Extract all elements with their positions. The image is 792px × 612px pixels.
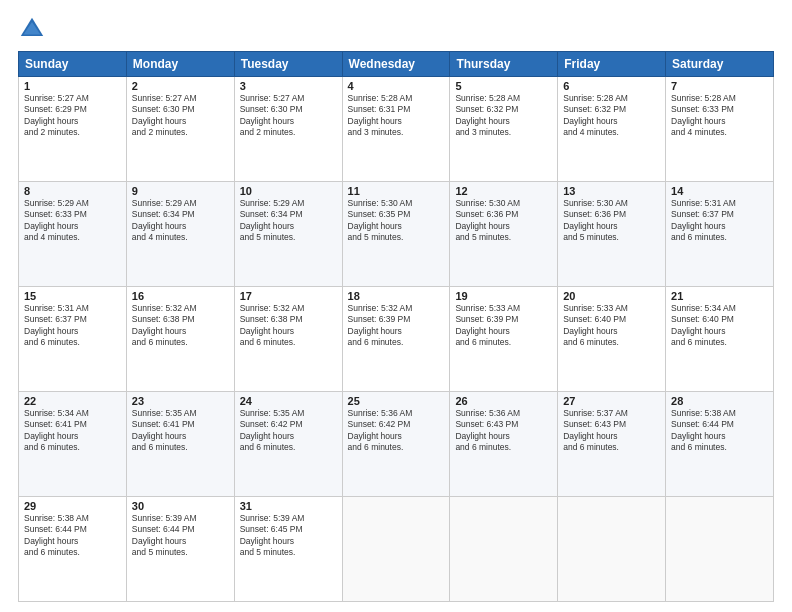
day-number: 16 xyxy=(132,290,229,302)
day-number: 22 xyxy=(24,395,121,407)
calendar-cell xyxy=(666,497,774,602)
cell-content: Sunrise: 5:36 AMSunset: 6:42 PMDaylight … xyxy=(348,408,445,454)
calendar-cell xyxy=(450,497,558,602)
day-number: 10 xyxy=(240,185,337,197)
week-row-4: 22Sunrise: 5:34 AMSunset: 6:41 PMDayligh… xyxy=(19,392,774,497)
weekday-header-thursday: Thursday xyxy=(450,52,558,77)
week-row-5: 29Sunrise: 5:38 AMSunset: 6:44 PMDayligh… xyxy=(19,497,774,602)
cell-content: Sunrise: 5:38 AMSunset: 6:44 PMDaylight … xyxy=(671,408,768,454)
cell-content: Sunrise: 5:33 AMSunset: 6:39 PMDaylight … xyxy=(455,303,552,349)
week-row-2: 8Sunrise: 5:29 AMSunset: 6:33 PMDaylight… xyxy=(19,182,774,287)
calendar-cell: 6Sunrise: 5:28 AMSunset: 6:32 PMDaylight… xyxy=(558,77,666,182)
day-number: 5 xyxy=(455,80,552,92)
cell-content: Sunrise: 5:39 AMSunset: 6:44 PMDaylight … xyxy=(132,513,229,559)
day-number: 3 xyxy=(240,80,337,92)
calendar-cell: 5Sunrise: 5:28 AMSunset: 6:32 PMDaylight… xyxy=(450,77,558,182)
calendar-cell: 30Sunrise: 5:39 AMSunset: 6:44 PMDayligh… xyxy=(126,497,234,602)
day-number: 23 xyxy=(132,395,229,407)
calendar-cell: 2Sunrise: 5:27 AMSunset: 6:30 PMDaylight… xyxy=(126,77,234,182)
day-number: 31 xyxy=(240,500,337,512)
calendar-cell: 24Sunrise: 5:35 AMSunset: 6:42 PMDayligh… xyxy=(234,392,342,497)
week-row-1: 1Sunrise: 5:27 AMSunset: 6:29 PMDaylight… xyxy=(19,77,774,182)
cell-content: Sunrise: 5:28 AMSunset: 6:31 PMDaylight … xyxy=(348,93,445,139)
cell-content: Sunrise: 5:39 AMSunset: 6:45 PMDaylight … xyxy=(240,513,337,559)
week-row-3: 15Sunrise: 5:31 AMSunset: 6:37 PMDayligh… xyxy=(19,287,774,392)
day-number: 27 xyxy=(563,395,660,407)
cell-content: Sunrise: 5:30 AMSunset: 6:36 PMDaylight … xyxy=(455,198,552,244)
calendar-cell: 19Sunrise: 5:33 AMSunset: 6:39 PMDayligh… xyxy=(450,287,558,392)
day-number: 1 xyxy=(24,80,121,92)
day-number: 17 xyxy=(240,290,337,302)
day-number: 13 xyxy=(563,185,660,197)
calendar-cell: 16Sunrise: 5:32 AMSunset: 6:38 PMDayligh… xyxy=(126,287,234,392)
cell-content: Sunrise: 5:27 AMSunset: 6:29 PMDaylight … xyxy=(24,93,121,139)
cell-content: Sunrise: 5:31 AMSunset: 6:37 PMDaylight … xyxy=(24,303,121,349)
calendar-cell: 28Sunrise: 5:38 AMSunset: 6:44 PMDayligh… xyxy=(666,392,774,497)
cell-content: Sunrise: 5:28 AMSunset: 6:33 PMDaylight … xyxy=(671,93,768,139)
day-number: 30 xyxy=(132,500,229,512)
cell-content: Sunrise: 5:28 AMSunset: 6:32 PMDaylight … xyxy=(455,93,552,139)
calendar-cell: 7Sunrise: 5:28 AMSunset: 6:33 PMDaylight… xyxy=(666,77,774,182)
calendar-cell xyxy=(558,497,666,602)
cell-content: Sunrise: 5:32 AMSunset: 6:38 PMDaylight … xyxy=(132,303,229,349)
day-number: 26 xyxy=(455,395,552,407)
calendar-cell: 26Sunrise: 5:36 AMSunset: 6:43 PMDayligh… xyxy=(450,392,558,497)
calendar-cell: 1Sunrise: 5:27 AMSunset: 6:29 PMDaylight… xyxy=(19,77,127,182)
cell-content: Sunrise: 5:36 AMSunset: 6:43 PMDaylight … xyxy=(455,408,552,454)
weekday-header-friday: Friday xyxy=(558,52,666,77)
day-number: 7 xyxy=(671,80,768,92)
weekday-header-monday: Monday xyxy=(126,52,234,77)
calendar-cell: 13Sunrise: 5:30 AMSunset: 6:36 PMDayligh… xyxy=(558,182,666,287)
weekday-header-sunday: Sunday xyxy=(19,52,127,77)
calendar-cell: 9Sunrise: 5:29 AMSunset: 6:34 PMDaylight… xyxy=(126,182,234,287)
calendar-cell: 31Sunrise: 5:39 AMSunset: 6:45 PMDayligh… xyxy=(234,497,342,602)
day-number: 2 xyxy=(132,80,229,92)
calendar-cell: 15Sunrise: 5:31 AMSunset: 6:37 PMDayligh… xyxy=(19,287,127,392)
day-number: 21 xyxy=(671,290,768,302)
day-number: 20 xyxy=(563,290,660,302)
page: SundayMondayTuesdayWednesdayThursdayFrid… xyxy=(0,0,792,612)
cell-content: Sunrise: 5:27 AMSunset: 6:30 PMDaylight … xyxy=(132,93,229,139)
calendar-cell: 8Sunrise: 5:29 AMSunset: 6:33 PMDaylight… xyxy=(19,182,127,287)
calendar-cell: 18Sunrise: 5:32 AMSunset: 6:39 PMDayligh… xyxy=(342,287,450,392)
day-number: 24 xyxy=(240,395,337,407)
day-number: 11 xyxy=(348,185,445,197)
calendar-cell: 21Sunrise: 5:34 AMSunset: 6:40 PMDayligh… xyxy=(666,287,774,392)
header xyxy=(18,15,774,43)
cell-content: Sunrise: 5:35 AMSunset: 6:42 PMDaylight … xyxy=(240,408,337,454)
calendar-cell: 4Sunrise: 5:28 AMSunset: 6:31 PMDaylight… xyxy=(342,77,450,182)
weekday-header-row: SundayMondayTuesdayWednesdayThursdayFrid… xyxy=(19,52,774,77)
cell-content: Sunrise: 5:31 AMSunset: 6:37 PMDaylight … xyxy=(671,198,768,244)
day-number: 9 xyxy=(132,185,229,197)
cell-content: Sunrise: 5:28 AMSunset: 6:32 PMDaylight … xyxy=(563,93,660,139)
calendar-cell: 27Sunrise: 5:37 AMSunset: 6:43 PMDayligh… xyxy=(558,392,666,497)
calendar-cell: 25Sunrise: 5:36 AMSunset: 6:42 PMDayligh… xyxy=(342,392,450,497)
day-number: 12 xyxy=(455,185,552,197)
calendar-cell: 17Sunrise: 5:32 AMSunset: 6:38 PMDayligh… xyxy=(234,287,342,392)
cell-content: Sunrise: 5:29 AMSunset: 6:34 PMDaylight … xyxy=(240,198,337,244)
calendar-cell: 10Sunrise: 5:29 AMSunset: 6:34 PMDayligh… xyxy=(234,182,342,287)
calendar-cell: 14Sunrise: 5:31 AMSunset: 6:37 PMDayligh… xyxy=(666,182,774,287)
day-number: 28 xyxy=(671,395,768,407)
calendar-cell: 23Sunrise: 5:35 AMSunset: 6:41 PMDayligh… xyxy=(126,392,234,497)
calendar-cell: 12Sunrise: 5:30 AMSunset: 6:36 PMDayligh… xyxy=(450,182,558,287)
cell-content: Sunrise: 5:32 AMSunset: 6:38 PMDaylight … xyxy=(240,303,337,349)
weekday-header-tuesday: Tuesday xyxy=(234,52,342,77)
day-number: 29 xyxy=(24,500,121,512)
weekday-header-wednesday: Wednesday xyxy=(342,52,450,77)
cell-content: Sunrise: 5:34 AMSunset: 6:40 PMDaylight … xyxy=(671,303,768,349)
cell-content: Sunrise: 5:29 AMSunset: 6:34 PMDaylight … xyxy=(132,198,229,244)
calendar-cell xyxy=(342,497,450,602)
day-number: 25 xyxy=(348,395,445,407)
cell-content: Sunrise: 5:34 AMSunset: 6:41 PMDaylight … xyxy=(24,408,121,454)
cell-content: Sunrise: 5:32 AMSunset: 6:39 PMDaylight … xyxy=(348,303,445,349)
day-number: 8 xyxy=(24,185,121,197)
logo-icon xyxy=(18,15,46,43)
cell-content: Sunrise: 5:33 AMSunset: 6:40 PMDaylight … xyxy=(563,303,660,349)
cell-content: Sunrise: 5:30 AMSunset: 6:36 PMDaylight … xyxy=(563,198,660,244)
calendar-cell: 22Sunrise: 5:34 AMSunset: 6:41 PMDayligh… xyxy=(19,392,127,497)
calendar-cell: 29Sunrise: 5:38 AMSunset: 6:44 PMDayligh… xyxy=(19,497,127,602)
cell-content: Sunrise: 5:27 AMSunset: 6:30 PMDaylight … xyxy=(240,93,337,139)
day-number: 14 xyxy=(671,185,768,197)
logo xyxy=(18,15,50,43)
